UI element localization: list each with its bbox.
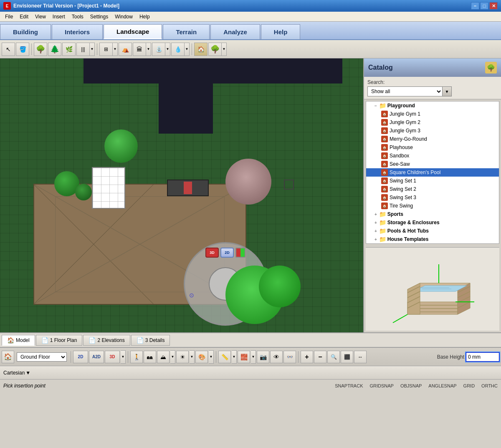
- menu-help[interactable]: Help: [136, 13, 153, 20]
- tab-landscape[interactable]: Landscape: [104, 24, 162, 39]
- water-button[interactable]: 💧: [171, 43, 185, 56]
- select-tool-button[interactable]: ↖: [2, 43, 15, 56]
- deck-dropdown-arrow[interactable]: ▼: [113, 43, 118, 56]
- btm-zoom-fit-btn[interactable]: 🔍: [327, 351, 340, 363]
- context-snap-icon[interactable]: ⊙: [189, 292, 194, 299]
- context-2d-button[interactable]: 2D: [220, 248, 234, 258]
- item-swing-set-1[interactable]: 🏠 Swing Set 1: [366, 177, 499, 185]
- btm-zoom-window-btn[interactable]: ⬛: [341, 351, 353, 363]
- sports-expand-icon[interactable]: +: [374, 212, 377, 217]
- btm-zoom-out-btn[interactable]: −: [314, 351, 326, 363]
- menu-settings[interactable]: Settings: [87, 13, 111, 20]
- tree1-button[interactable]: 🌳: [34, 43, 47, 56]
- restore-button[interactable]: □: [480, 2, 488, 10]
- pavilion-button[interactable]: 🏠: [194, 43, 207, 56]
- item-swing-set-3[interactable]: 🏠 Swing Set 3: [366, 193, 499, 202]
- menu-file[interactable]: File: [2, 13, 16, 20]
- close-button[interactable]: ✕: [489, 2, 498, 10]
- water-dropdown[interactable]: ▼: [185, 43, 190, 56]
- pools-expand-icon[interactable]: +: [374, 229, 377, 233]
- landscape-elem1-button[interactable]: ⛺: [119, 43, 132, 56]
- tab-floor-plan[interactable]: 📄 1 Floor Plan: [36, 335, 83, 346]
- item-see-saw[interactable]: 🏠 See-Saw: [366, 160, 499, 168]
- btm-a2d-btn[interactable]: A2D: [89, 351, 104, 363]
- menu-insert[interactable]: Insert: [49, 13, 68, 20]
- btm-eye-btn[interactable]: 👁: [270, 351, 283, 363]
- btm-home-btn[interactable]: 🏘: [144, 351, 156, 363]
- btm-sun-dropdown-arrow[interactable]: ▼: [190, 350, 195, 364]
- btm-walls-dropdown-arrow[interactable]: ▼: [251, 350, 256, 364]
- tab-building[interactable]: Building: [0, 24, 51, 39]
- btm-layers-btn[interactable]: ⛰: [157, 351, 170, 363]
- folder-playground[interactable]: − 📁 Playground: [366, 101, 499, 110]
- item-tire-swing[interactable]: 🏠 Tire Swing: [366, 202, 499, 210]
- fountain-dropdown[interactable]: ▼: [165, 43, 170, 56]
- deck-button[interactable]: ⊞: [99, 43, 113, 56]
- folder-storage[interactable]: + 📁 Storage & Enclosures: [366, 218, 499, 227]
- floor-selector[interactable]: Ground Floor: [17, 352, 67, 362]
- canvas-area[interactable]: 3D 2D ✋ ⊙: [0, 58, 363, 332]
- tab-interiors[interactable]: Interiors: [52, 24, 103, 39]
- menu-window[interactable]: Window: [111, 13, 136, 20]
- btm-render-btn[interactable]: 🎨: [195, 351, 208, 363]
- btm-house-icon-btn[interactable]: 🏠: [2, 351, 14, 363]
- app-icon: E: [3, 2, 11, 10]
- tab-terrain[interactable]: Terrain: [163, 24, 210, 39]
- folder-house-templates[interactable]: + 📁 House Templates: [366, 235, 499, 243]
- menu-edit[interactable]: Edit: [16, 13, 32, 20]
- btm-camera-btn[interactable]: 📷: [257, 351, 269, 363]
- tab-elevations[interactable]: 📄 2 Elevations: [83, 335, 130, 346]
- extra-trees-button[interactable]: 🌳: [208, 43, 222, 56]
- fence-button[interactable]: |||: [76, 43, 90, 56]
- item-swing-set-2[interactable]: 🏠 Swing Set 2: [366, 185, 499, 193]
- extra-trees-dropdown[interactable]: ▼: [222, 43, 227, 56]
- btm-measure-btn[interactable]: 📏: [218, 351, 231, 363]
- folder-sports[interactable]: + 📁 Sports: [366, 210, 499, 218]
- btm-walls-btn[interactable]: 🧱: [238, 351, 250, 363]
- btm-layers-dropdown-arrow[interactable]: ▼: [170, 350, 175, 364]
- btm-3d-dropdown-arrow[interactable]: ▼: [121, 350, 126, 364]
- grass-button[interactable]: 🌿: [62, 43, 76, 56]
- house-templates-expand-icon[interactable]: +: [374, 237, 377, 242]
- item-icon-merry-go-round: 🏠: [381, 136, 388, 142]
- tab-details[interactable]: 📄 3 Details: [131, 335, 170, 346]
- minimize-button[interactable]: −: [471, 2, 479, 10]
- storage-expand-icon[interactable]: +: [374, 220, 377, 225]
- btm-render-dropdown-arrow[interactable]: ▼: [209, 350, 214, 364]
- fountain-button[interactable]: ⛲: [152, 43, 165, 56]
- tab-analyze[interactable]: Analyze: [210, 24, 260, 39]
- tree2-button[interactable]: 🌲: [48, 43, 61, 56]
- context-3d-button[interactable]: 3D: [205, 248, 219, 258]
- landscape-elem2-dropdown[interactable]: ▼: [146, 43, 151, 56]
- menu-view[interactable]: View: [32, 13, 49, 20]
- item-sandbox[interactable]: 🏠 Sandbox: [366, 152, 499, 160]
- btm-3d-btn[interactable]: 3D: [105, 351, 120, 363]
- btm-pan-btn[interactable]: ↔: [354, 351, 367, 363]
- landscape-elem2-button[interactable]: 🏛: [133, 43, 146, 56]
- tab-model[interactable]: 🏠 Model: [2, 335, 35, 346]
- item-playhouse[interactable]: 🏠 Playhouse: [366, 143, 499, 152]
- item-jungle-gym-2[interactable]: 🏠 Jungle Gym 2: [366, 118, 499, 127]
- item-square-childrens-pool[interactable]: 🏠 Square Children's Pool: [366, 168, 499, 177]
- btm-eye2-btn[interactable]: 👓: [283, 351, 296, 363]
- playground-collapse-icon[interactable]: −: [374, 104, 377, 108]
- catalog-tree[interactable]: − 📁 Playground 🏠 Jungle Gym 1 🏠 Jungle G…: [366, 101, 499, 244]
- paint-tool-button[interactable]: 🪣: [16, 43, 29, 56]
- btm-sun-btn[interactable]: ☀: [176, 351, 189, 363]
- btm-2d-btn[interactable]: 2D: [73, 351, 88, 363]
- tab-help[interactable]: Help: [261, 24, 301, 39]
- menu-tools[interactable]: Tools: [68, 13, 87, 20]
- base-height-input[interactable]: [466, 352, 499, 362]
- folder-pools[interactable]: + 📁 Pools & Hot Tubs: [366, 227, 499, 235]
- context-color-button[interactable]: [235, 248, 245, 258]
- svg-marker-17: [407, 283, 420, 314]
- item-jungle-gym-3[interactable]: 🏠 Jungle Gym 3: [366, 127, 499, 135]
- fence-dropdown-arrow[interactable]: ▼: [90, 43, 95, 56]
- btm-walk-btn[interactable]: 🚶: [130, 351, 143, 363]
- btm-zoom-in-btn[interactable]: +: [301, 351, 313, 363]
- search-select[interactable]: Show all: [367, 86, 443, 96]
- search-dropdown-arrow[interactable]: ▼: [443, 86, 452, 96]
- item-merry-go-round[interactable]: 🏠 Merry-Go-Round: [366, 135, 499, 143]
- item-jungle-gym-1[interactable]: 🏠 Jungle Gym 1: [366, 110, 499, 118]
- btm-measure-dropdown-arrow[interactable]: ▼: [232, 350, 237, 364]
